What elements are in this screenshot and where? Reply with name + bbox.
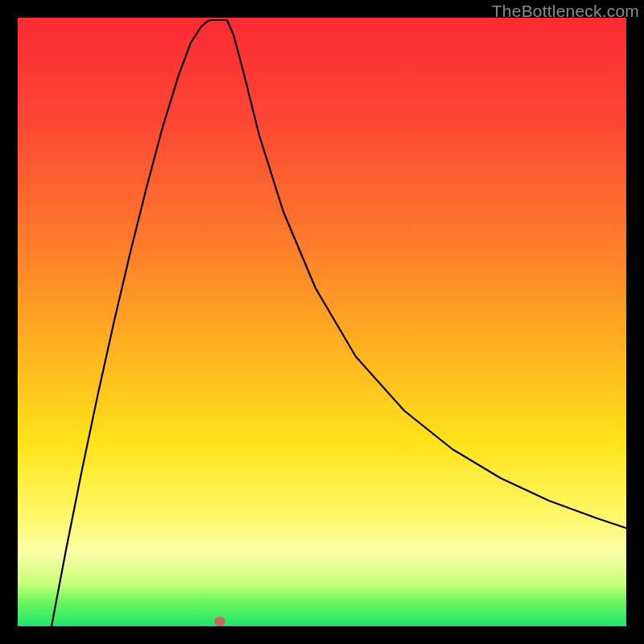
bottleneck-curve xyxy=(18,18,626,626)
watermark-text: TheBottleneck.com xyxy=(492,2,639,21)
curve-path xyxy=(52,20,626,626)
chart-frame: TheBottleneck.com xyxy=(0,0,644,644)
marker-dot xyxy=(214,617,225,626)
plot-area xyxy=(18,18,626,626)
